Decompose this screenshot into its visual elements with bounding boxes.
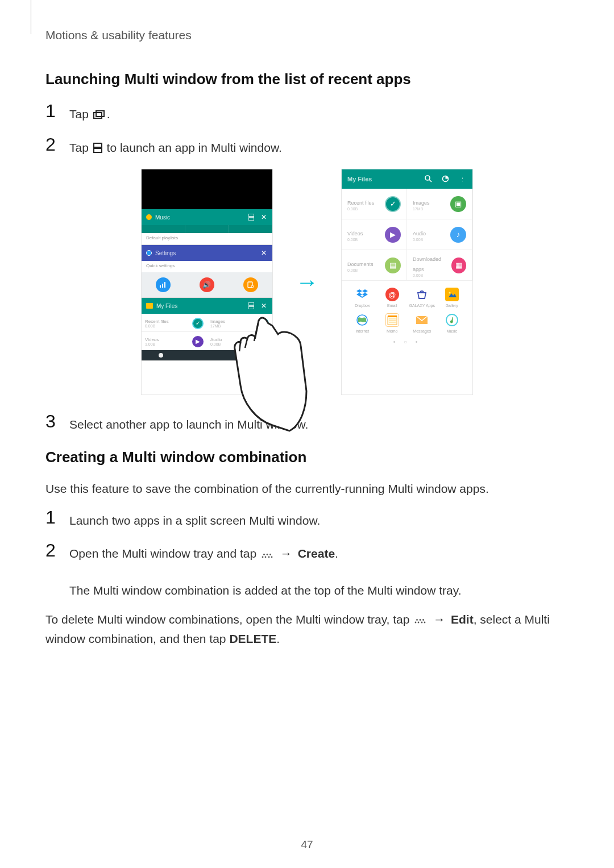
arrow-text: → — [433, 613, 445, 626]
recent-card-music: Music ✕ Default playlists — [142, 209, 272, 245]
page-number: 47 — [301, 838, 313, 851]
files-cell-videos: Videos1.00B ▶ — [142, 332, 207, 350]
cat-sub: 0.00B — [413, 238, 426, 242]
step-2-create: 2 Open the Multi window tray and tap → C… — [45, 541, 569, 599]
svg-rect-3 — [94, 148, 102, 152]
dropbox-icon — [355, 288, 369, 301]
app-label: GALAXY Apps — [407, 304, 437, 308]
svg-point-32 — [268, 556, 270, 558]
step2c-post: . — [335, 547, 338, 560]
cat-sub: 0.00B — [347, 268, 374, 272]
margin-rule — [31, 0, 31, 34]
settings-gear-icon — [146, 250, 152, 256]
app-label: Email — [377, 304, 408, 308]
apps-icon: ▦ — [451, 258, 466, 273]
files-cell-images: Images17MB ▣ — [207, 314, 272, 332]
status-bar-black — [142, 169, 272, 209]
svg-point-34 — [415, 622, 417, 624]
image-icon: ▣ — [450, 196, 466, 212]
quick-settings-row: 🔊 — [142, 272, 272, 297]
cell-sub: 0.00B — [210, 342, 222, 346]
svg-point-13 — [425, 176, 430, 180]
svg-rect-5 — [248, 218, 254, 221]
email-icon: @ — [385, 288, 399, 301]
svg-rect-7 — [162, 284, 163, 288]
svg-point-29 — [263, 554, 265, 555]
svg-rect-6 — [160, 285, 161, 288]
svg-point-18 — [449, 292, 450, 294]
svg-point-31 — [269, 554, 271, 555]
svg-rect-11 — [248, 302, 254, 305]
card-header: My Files ✕ — [142, 298, 272, 314]
cell-sub: 17MB — [210, 324, 225, 328]
svg-point-38 — [422, 619, 424, 621]
step-number: 1 — [45, 508, 64, 526]
memo-icon — [385, 313, 399, 327]
cat-sub: 0.00B — [413, 273, 451, 277]
files-grid: Recent files0.00B ✓ Images17MB ▣ Videos1… — [142, 314, 272, 350]
image-icon: ▣ — [258, 318, 269, 329]
close-icon: ✕ — [260, 302, 268, 310]
svg-point-33 — [271, 556, 273, 558]
step-3: 3 Select another app to launch in Multi … — [45, 412, 569, 434]
card-header: Music ✕ — [142, 209, 272, 225]
cat-videos: Videos0.00B ▶ — [342, 219, 407, 250]
outro-post: . — [276, 632, 280, 645]
globe-icon — [355, 313, 369, 327]
step-text: Open the Multi window tray and tap → Cre… — [69, 541, 461, 599]
step-1-create: 1 Launch two apps in a split screen Mult… — [45, 508, 569, 530]
figure: Music ✕ Default playlists Settings ✕ Qui… — [45, 169, 569, 395]
galaxy-apps-icon — [415, 288, 429, 301]
app-gallery: Gallery — [437, 288, 467, 308]
step2-pre: Tap — [69, 141, 92, 154]
signal-icon — [156, 277, 171, 292]
clock-check-icon: ✓ — [385, 196, 401, 212]
outro-pre: To delete Multi window combinations, ope… — [45, 613, 413, 626]
app-label: Gallery — [437, 304, 467, 308]
files-cell-audio: Audio0.00B ♪ — [207, 332, 272, 350]
svg-point-37 — [420, 619, 421, 621]
app-label: Messages — [407, 329, 437, 333]
app-music: Music — [437, 313, 467, 333]
music-app-icon — [146, 214, 152, 220]
close-icon: ✕ — [260, 249, 268, 257]
recent-apps-icon — [93, 106, 106, 124]
music-icon — [445, 313, 459, 327]
step2c-note: The Multi window combination is added at… — [69, 584, 461, 597]
recent-card-settings: Settings ✕ Quick settings 🔊 — [142, 245, 272, 298]
svg-rect-8 — [164, 282, 165, 288]
arrow-text: → — [280, 547, 292, 560]
card-title: Music — [155, 214, 243, 221]
search-icon — [424, 175, 433, 184]
page: Motions & usability features Launching M… — [0, 0, 614, 681]
subheading-launching: Launching Multi window from the list of … — [45, 70, 569, 88]
cat-label: Recent files — [347, 200, 374, 206]
svg-point-40 — [424, 622, 426, 624]
music-tabs — [142, 225, 272, 233]
cat-label: Videos — [347, 231, 363, 236]
svg-rect-12 — [248, 306, 254, 309]
app-email: @ Email — [377, 288, 408, 308]
card-title: My Files — [156, 303, 243, 309]
sound-icon: 🔊 — [200, 277, 214, 292]
svg-rect-24 — [388, 315, 397, 317]
cell-label: Images — [210, 319, 225, 324]
settings-body-text: Quick settings — [142, 261, 272, 272]
phone-right-my-files: My Files ⋮ Recent files0.00B ✓ Images17M… — [341, 169, 473, 395]
cat-downloaded: Downloaded apps0.00B ▦ — [407, 250, 472, 281]
step-1: 1 Tap . — [45, 102, 569, 124]
svg-point-36 — [416, 619, 418, 621]
music-body-text: Default playlists — [142, 233, 272, 244]
cat-audio: Audio0.00B ♪ — [407, 219, 472, 250]
step2-post: to launch an app in Multi window. — [107, 141, 282, 154]
cat-images: Images17MB ▣ — [407, 189, 472, 219]
app-label: Dropbox — [347, 304, 377, 308]
arrow-right-icon: → — [296, 269, 318, 295]
apps-grid: Dropbox @ Email GALAXY Apps Gallery — [342, 281, 472, 333]
card-bottom-bar — [142, 350, 272, 360]
folder-icon — [146, 303, 153, 309]
section-header: Motions & usability features — [45, 28, 569, 42]
cat-label: Audio — [413, 231, 426, 236]
app-internet: Internet — [347, 313, 377, 333]
app-header: My Files ⋮ — [342, 169, 472, 189]
